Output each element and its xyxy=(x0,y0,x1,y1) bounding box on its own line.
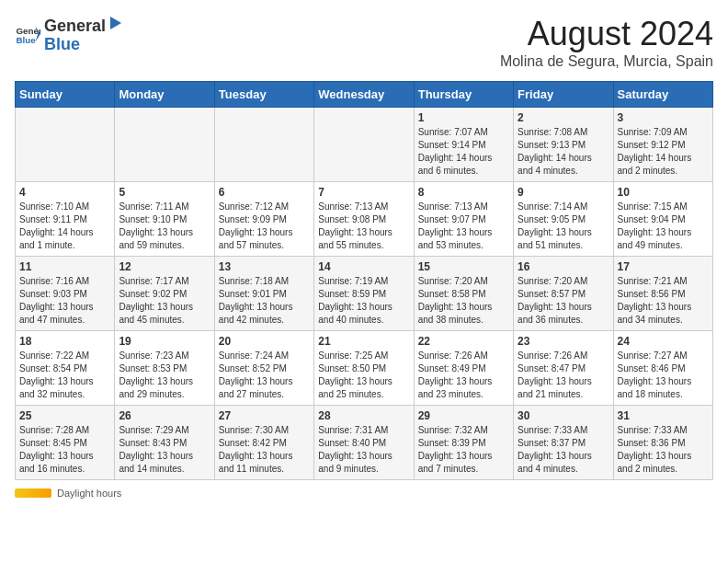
day-info: Sunrise: 7:16 AM Sunset: 9:03 PM Dayligh… xyxy=(19,275,110,327)
calendar-cell: 12Sunrise: 7:17 AM Sunset: 9:02 PM Dayli… xyxy=(115,257,214,331)
calendar-cell: 22Sunrise: 7:26 AM Sunset: 8:49 PM Dayli… xyxy=(414,331,513,406)
header-row: SundayMondayTuesdayWednesdayThursdayFrid… xyxy=(16,82,713,108)
day-info: Sunrise: 7:11 AM Sunset: 9:10 PM Dayligh… xyxy=(119,201,210,252)
day-info: Sunrise: 7:28 AM Sunset: 8:45 PM Dayligh… xyxy=(19,424,110,476)
day-info: Sunrise: 7:20 AM Sunset: 8:58 PM Dayligh… xyxy=(418,275,509,327)
day-number: 31 xyxy=(618,409,709,422)
day-info: Sunrise: 7:31 AM Sunset: 8:40 PM Dayligh… xyxy=(318,424,409,476)
day-info: Sunrise: 7:25 AM Sunset: 8:50 PM Dayligh… xyxy=(318,350,409,401)
day-number: 16 xyxy=(518,260,609,273)
calendar-body: 1Sunrise: 7:07 AM Sunset: 9:14 PM Daylig… xyxy=(16,108,713,480)
week-row-0: 1Sunrise: 7:07 AM Sunset: 9:14 PM Daylig… xyxy=(16,108,713,182)
logo: General Blue General Blue xyxy=(15,15,124,54)
day-number: 22 xyxy=(418,335,509,348)
calendar-cell: 10Sunrise: 7:15 AM Sunset: 9:04 PM Dayli… xyxy=(613,182,712,257)
day-number: 14 xyxy=(318,260,409,273)
day-info: Sunrise: 7:22 AM Sunset: 8:54 PM Dayligh… xyxy=(19,350,110,401)
calendar-cell: 26Sunrise: 7:29 AM Sunset: 8:43 PM Dayli… xyxy=(115,406,214,480)
week-row-4: 25Sunrise: 7:28 AM Sunset: 8:45 PM Dayli… xyxy=(16,406,713,480)
calendar-cell: 29Sunrise: 7:32 AM Sunset: 8:39 PM Dayli… xyxy=(414,406,513,480)
day-number: 7 xyxy=(318,186,409,199)
calendar-cell: 8Sunrise: 7:13 AM Sunset: 9:07 PM Daylig… xyxy=(414,182,513,257)
day-number: 30 xyxy=(518,409,609,422)
footer-note: Daylight hours xyxy=(15,488,713,499)
day-info: Sunrise: 7:33 AM Sunset: 8:36 PM Dayligh… xyxy=(618,424,709,476)
day-info: Sunrise: 7:30 AM Sunset: 8:42 PM Dayligh… xyxy=(219,424,310,476)
day-info: Sunrise: 7:26 AM Sunset: 8:47 PM Dayligh… xyxy=(518,350,609,401)
day-number: 21 xyxy=(318,335,409,348)
day-number: 9 xyxy=(518,186,609,199)
calendar-cell: 28Sunrise: 7:31 AM Sunset: 8:40 PM Dayli… xyxy=(314,406,414,480)
calendar-cell: 18Sunrise: 7:22 AM Sunset: 8:54 PM Dayli… xyxy=(16,331,115,406)
header-day-wednesday: Wednesday xyxy=(314,82,414,108)
title-area: August 2024 Molina de Segura, Murcia, Sp… xyxy=(500,15,713,70)
day-info: Sunrise: 7:17 AM Sunset: 9:02 PM Dayligh… xyxy=(119,275,210,327)
day-number: 8 xyxy=(418,186,509,199)
calendar-cell: 5Sunrise: 7:11 AM Sunset: 9:10 PM Daylig… xyxy=(115,182,214,257)
logo-wordmark: General Blue xyxy=(44,15,124,54)
day-info: Sunrise: 7:24 AM Sunset: 8:52 PM Dayligh… xyxy=(219,350,310,401)
calendar-cell: 11Sunrise: 7:16 AM Sunset: 9:03 PM Dayli… xyxy=(16,257,115,331)
calendar-cell: 2Sunrise: 7:08 AM Sunset: 9:13 PM Daylig… xyxy=(514,108,613,182)
day-number: 19 xyxy=(119,335,210,348)
daylight-bar-icon xyxy=(15,488,51,498)
calendar-cell xyxy=(214,108,313,182)
calendar-cell: 30Sunrise: 7:33 AM Sunset: 8:37 PM Dayli… xyxy=(514,406,613,480)
day-number: 27 xyxy=(219,409,310,422)
calendar-cell: 3Sunrise: 7:09 AM Sunset: 9:12 PM Daylig… xyxy=(613,108,712,182)
calendar-cell xyxy=(115,108,214,182)
day-number: 12 xyxy=(119,260,210,273)
calendar-cell: 23Sunrise: 7:26 AM Sunset: 8:47 PM Dayli… xyxy=(514,331,613,406)
logo-blue: Blue xyxy=(44,35,80,53)
day-number: 3 xyxy=(618,111,709,124)
daylight-label: Daylight hours xyxy=(57,488,121,499)
calendar-cell: 15Sunrise: 7:20 AM Sunset: 8:58 PM Dayli… xyxy=(414,257,513,331)
day-number: 24 xyxy=(618,335,709,348)
day-number: 28 xyxy=(318,409,409,422)
sub-title: Molina de Segura, Murcia, Spain xyxy=(500,53,713,70)
calendar-cell: 25Sunrise: 7:28 AM Sunset: 8:45 PM Dayli… xyxy=(16,406,115,480)
calendar-cell: 20Sunrise: 7:24 AM Sunset: 8:52 PM Dayli… xyxy=(214,331,313,406)
week-row-2: 11Sunrise: 7:16 AM Sunset: 9:03 PM Dayli… xyxy=(16,257,713,331)
day-number: 25 xyxy=(19,409,110,422)
day-info: Sunrise: 7:12 AM Sunset: 9:09 PM Dayligh… xyxy=(219,201,310,252)
calendar-cell: 4Sunrise: 7:10 AM Sunset: 9:11 PM Daylig… xyxy=(16,182,115,257)
calendar-cell: 24Sunrise: 7:27 AM Sunset: 8:46 PM Dayli… xyxy=(613,331,712,406)
day-info: Sunrise: 7:27 AM Sunset: 8:46 PM Dayligh… xyxy=(618,350,709,401)
day-number: 1 xyxy=(418,111,509,124)
calendar-cell xyxy=(16,108,115,182)
day-number: 23 xyxy=(518,335,609,348)
day-number: 18 xyxy=(19,335,110,348)
calendar-header: SundayMondayTuesdayWednesdayThursdayFrid… xyxy=(16,82,713,108)
day-info: Sunrise: 7:33 AM Sunset: 8:37 PM Dayligh… xyxy=(518,424,609,476)
main-title: August 2024 xyxy=(500,15,713,53)
day-number: 20 xyxy=(219,335,310,348)
day-info: Sunrise: 7:13 AM Sunset: 9:07 PM Dayligh… xyxy=(418,201,509,252)
day-number: 5 xyxy=(119,186,210,199)
day-info: Sunrise: 7:13 AM Sunset: 9:08 PM Dayligh… xyxy=(318,201,409,252)
svg-marker-3 xyxy=(110,17,121,29)
day-info: Sunrise: 7:21 AM Sunset: 8:56 PM Dayligh… xyxy=(618,275,709,327)
day-number: 17 xyxy=(618,260,709,273)
day-info: Sunrise: 7:18 AM Sunset: 9:01 PM Dayligh… xyxy=(219,275,310,327)
day-info: Sunrise: 7:23 AM Sunset: 8:53 PM Dayligh… xyxy=(119,350,210,401)
day-info: Sunrise: 7:19 AM Sunset: 8:59 PM Dayligh… xyxy=(318,275,409,327)
day-info: Sunrise: 7:20 AM Sunset: 8:57 PM Dayligh… xyxy=(518,275,609,327)
day-info: Sunrise: 7:08 AM Sunset: 9:13 PM Dayligh… xyxy=(518,126,609,178)
calendar-cell: 6Sunrise: 7:12 AM Sunset: 9:09 PM Daylig… xyxy=(214,182,313,257)
generalblue-logo-icon: General Blue xyxy=(15,21,40,47)
day-info: Sunrise: 7:14 AM Sunset: 9:05 PM Dayligh… xyxy=(518,201,609,252)
header: General Blue General Blue August 2024 Mo… xyxy=(15,15,713,70)
day-number: 2 xyxy=(518,111,609,124)
calendar-cell xyxy=(314,108,414,182)
header-day-saturday: Saturday xyxy=(613,82,712,108)
calendar-cell: 14Sunrise: 7:19 AM Sunset: 8:59 PM Dayli… xyxy=(314,257,414,331)
header-day-friday: Friday xyxy=(514,82,613,108)
logo-triangle-icon xyxy=(107,15,123,31)
header-day-thursday: Thursday xyxy=(414,82,513,108)
day-info: Sunrise: 7:10 AM Sunset: 9:11 PM Dayligh… xyxy=(19,201,110,252)
day-number: 10 xyxy=(618,186,709,199)
calendar-cell: 31Sunrise: 7:33 AM Sunset: 8:36 PM Dayli… xyxy=(613,406,712,480)
calendar-cell: 13Sunrise: 7:18 AM Sunset: 9:01 PM Dayli… xyxy=(214,257,313,331)
calendar-cell: 9Sunrise: 7:14 AM Sunset: 9:05 PM Daylig… xyxy=(514,182,613,257)
